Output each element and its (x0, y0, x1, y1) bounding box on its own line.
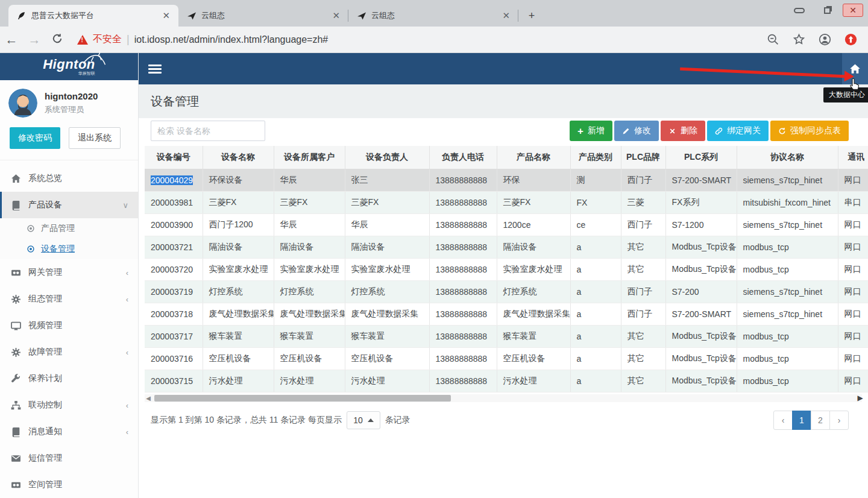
browser-profile-icon[interactable] (819, 33, 831, 46)
table-row[interactable]: 200004029环保设备华辰张三13888888888环保测西门子S7-200… (145, 169, 868, 191)
column-header[interactable]: 通讯 (838, 146, 868, 169)
table-row[interactable]: 200003720实验室废水处理实验室废水处理实验室废水处理1388888888… (145, 258, 868, 280)
table-row[interactable]: 200003717猴车装置猴车装置猴车装置13888888888猴车装置a其它M… (145, 325, 868, 347)
window-close-button[interactable]: ✕ (843, 4, 863, 17)
back-button[interactable]: ← (0, 33, 23, 47)
table-cell: 废气处理数据采集 (497, 303, 570, 325)
next-page-button[interactable]: › (829, 411, 849, 430)
browser-toolbar: ← → 不安全 | iot.idosp.net/admin/index.html… (0, 27, 868, 53)
table-cell: 网口 (838, 303, 868, 325)
address-separator: | (127, 33, 130, 46)
table-cell: siemens_s7tcp_hinet (737, 213, 838, 236)
page-button-1[interactable]: 1 (792, 411, 811, 430)
url-text[interactable]: iot.idosp.net/admin/index.html?language=… (134, 34, 329, 45)
scroll-left-arrow-icon[interactable]: ◀ (145, 394, 152, 402)
horizontal-scrollbar[interactable]: ◀ ▶ (145, 394, 862, 402)
plus-action-button[interactable]: +新增 (570, 121, 612, 141)
table-cell: 华辰 (274, 169, 345, 191)
column-header[interactable]: PLC品牌 (621, 146, 665, 169)
window-minimize-button[interactable] (787, 2, 811, 18)
table-cell: mitsubishi_fxcom_hinet (737, 191, 838, 213)
table-cell: 网口 (838, 325, 868, 347)
sidebar-item-7[interactable]: 联动控制‹ (0, 392, 138, 418)
sidebar-item-3[interactable]: 组态管理‹ (0, 286, 138, 312)
sidebar-item-1[interactable]: 产品设备∨ (0, 192, 138, 218)
column-header[interactable]: 产品名称 (497, 146, 570, 169)
column-header[interactable]: 负责人电话 (429, 146, 497, 169)
sidebar-item-9[interactable]: 短信管理 (0, 445, 138, 471)
column-header[interactable]: PLC系列 (665, 146, 737, 169)
browser-tab[interactable]: 云组态✕ (348, 5, 518, 27)
column-header[interactable]: 产品类别 (570, 146, 621, 169)
table-cell: 灯控系统 (497, 280, 570, 303)
sidebar-item-5[interactable]: 故障管理‹ (0, 339, 138, 365)
table-row[interactable]: 200003719灯控系统灯控系统灯控系统13888888888灯控系统a西门子… (145, 280, 868, 303)
table-cell: 实验室废水处理 (345, 258, 429, 280)
tab-favicon-icon (17, 11, 27, 20)
table-cell: Modbus_Tcp设备 (665, 325, 737, 347)
table-cell: 200003720 (145, 258, 203, 280)
sidebar-item-0[interactable]: 系统总览 (0, 165, 138, 192)
submenu-item[interactable]: 产品管理 (0, 218, 138, 239)
sidebar-item-4[interactable]: 视频管理 (0, 312, 138, 339)
table-cell: 西门子 (621, 280, 665, 303)
reload-button[interactable] (46, 33, 69, 47)
table-row[interactable]: 200003716空压机设备空压机设备空压机设备13888888888空压机设备… (145, 347, 868, 370)
sidebar-item-2[interactable]: 网关管理‹ (0, 259, 138, 286)
selected-device-id: 200004029 (151, 175, 193, 185)
browser-tab[interactable]: 云组态✕ (178, 5, 348, 27)
table-cell: 灯控系统 (274, 280, 345, 303)
hamburger-menu-icon[interactable] (148, 63, 162, 75)
sidebar-item-8[interactable]: 消息通知‹ (0, 418, 138, 445)
new-tab-button[interactable]: + (523, 7, 540, 24)
table-cell: 200003718 (145, 303, 203, 325)
sidebar-item-10[interactable]: 空间管理 (0, 471, 138, 498)
browser-extension-icon[interactable] (844, 33, 857, 46)
table-cell: a (570, 370, 621, 392)
search-input[interactable] (151, 121, 265, 141)
forward-button[interactable]: → (23, 33, 46, 47)
change-password-button[interactable]: 修改密码 (10, 127, 60, 149)
sidebar-item-label: 联动控制 (28, 400, 126, 411)
film-icon (11, 480, 21, 490)
column-header[interactable]: 设备所属客户 (274, 146, 345, 169)
zoom-out-icon[interactable] (767, 33, 779, 46)
column-header[interactable]: 设备名称 (203, 146, 274, 169)
security-warning-label[interactable]: 不安全 (93, 33, 122, 46)
sidebar-item-label: 视频管理 (28, 320, 128, 331)
column-header[interactable]: 设备负责人 (345, 146, 429, 169)
table-cell: 空压机设备 (203, 347, 274, 370)
table-row[interactable]: 200003900西门子1200华辰华辰138888888881200cece西… (145, 213, 868, 236)
column-header[interactable]: 协议名称 (737, 146, 838, 169)
sidebar-menu: 系统总览产品设备∨产品管理设备管理网关管理‹组态管理‹视频管理故障管理‹保养计划… (0, 160, 138, 498)
bookmark-star-icon[interactable] (793, 33, 805, 46)
column-header[interactable]: 设备编号 (145, 146, 203, 169)
sidebar-item-label: 系统总览 (28, 173, 128, 184)
address-bar[interactable]: 不安全 | iot.idosp.net/admin/index.html?lan… (77, 33, 767, 46)
link-action-button[interactable]: 绑定网关 (707, 121, 769, 141)
browser-tab[interactable]: 思普云大数据平台✕ (8, 5, 178, 27)
table-cell: 三菱 (621, 191, 665, 213)
tab-close-icon[interactable]: ✕ (500, 10, 512, 21)
refresh-action-button[interactable]: 强制同步点表 (770, 121, 849, 141)
submenu-item[interactable]: 设备管理 (0, 239, 138, 259)
table-row[interactable]: 200003718废气处理数据采集废气处理数据采集废气处理数据采集1388888… (145, 303, 868, 325)
tab-close-icon[interactable]: ✕ (160, 10, 172, 21)
table-row[interactable]: 200003981三菱FX三菱FX三菱FX13888888888三菱FXFX三菱… (145, 191, 868, 213)
table-row[interactable]: 200003715污水处理污水处理污水处理13888888888污水处理a其它M… (145, 370, 868, 392)
table-row[interactable]: 200003721隔油设备隔油设备隔油设备13888888888隔油设备a其它M… (145, 236, 868, 258)
page-size-select[interactable]: 10 (347, 411, 380, 429)
sidebar-item-6[interactable]: 保养计划 (0, 365, 138, 392)
user-role: 系统管理员 (45, 104, 98, 115)
tab-close-icon[interactable]: ✕ (330, 10, 342, 21)
scrollbar-thumb[interactable] (154, 395, 451, 402)
scroll-right-arrow-icon[interactable]: ▶ (857, 394, 864, 402)
prev-page-button[interactable]: ‹ (773, 411, 793, 430)
logout-button[interactable]: 退出系统 (69, 127, 121, 149)
table-cell: S7-1200 (665, 213, 737, 236)
window-restore-button[interactable] (815, 2, 839, 18)
pencil-action-button[interactable]: 修改 (614, 121, 659, 141)
sidebar: Hignton 华辰智联 (0, 53, 139, 498)
cross-action-button[interactable]: 删除 (661, 121, 705, 141)
page-button-2[interactable]: 2 (811, 411, 830, 430)
